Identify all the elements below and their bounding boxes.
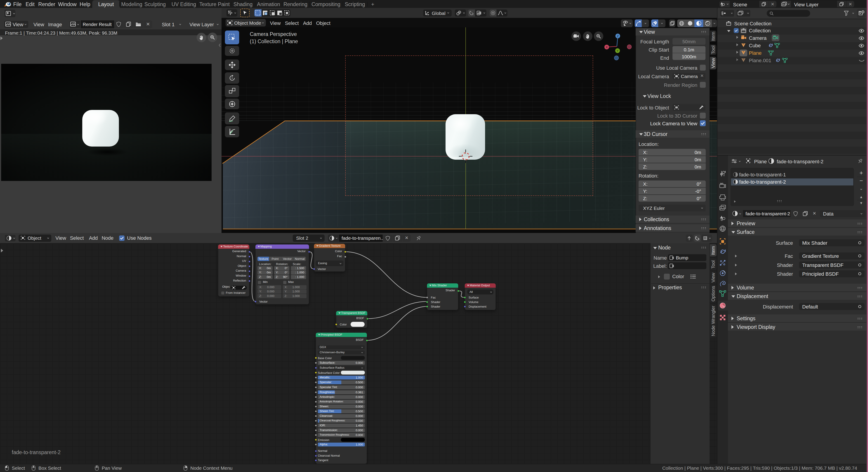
svg-text:Z: Z bbox=[617, 34, 619, 38]
